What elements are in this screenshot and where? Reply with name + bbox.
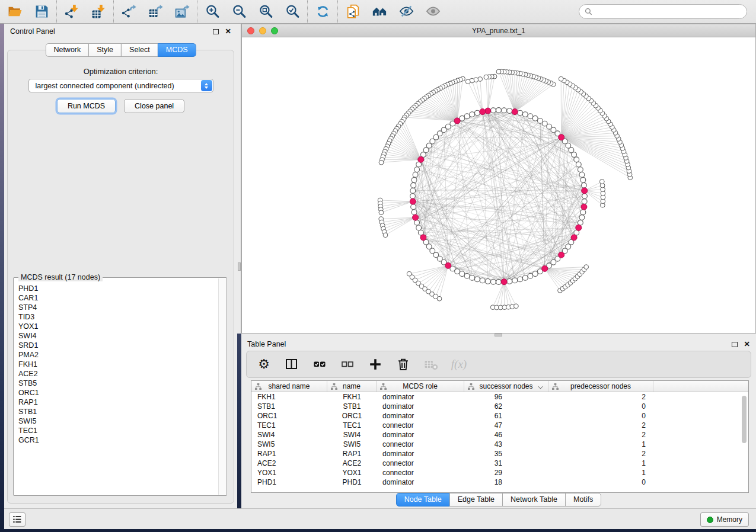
tab-network-table[interactable]: Network Table: [502, 493, 566, 507]
delete-button[interactable]: [395, 357, 411, 372]
column-header-shared-name[interactable]: shared name: [251, 381, 327, 392]
cell-name: SWI4: [327, 430, 377, 440]
mcds-result-scrollbar[interactable]: [218, 278, 226, 495]
settings-button[interactable]: ⚙: [256, 357, 272, 372]
table-row[interactable]: RAP1RAP1dominator352: [251, 449, 748, 459]
deselect-all-button[interactable]: [340, 357, 355, 372]
toolbar-group: [337, 0, 448, 23]
mcds-result-item[interactable]: GCR1: [18, 435, 216, 445]
delete-icon: [396, 357, 410, 371]
tab-select[interactable]: Select: [121, 43, 158, 57]
mcds-result-item[interactable]: PHD1: [18, 284, 216, 293]
mcds-result-list[interactable]: PHD1CAR1STP4TID3YOX1SWI4SRD1PMA2FKH1ACE2…: [18, 284, 216, 492]
mcds-result-item[interactable]: STB5: [18, 379, 216, 388]
mcds-result-item[interactable]: PMA2: [18, 350, 216, 360]
node-table-body: FKH1FKH1dominator962STB1STB1dominator620…: [251, 392, 748, 487]
tab-mcds[interactable]: MCDS: [158, 43, 196, 57]
table-scrollbar-thumb[interactable]: [742, 396, 747, 443]
table-panel-float-button[interactable]: [732, 342, 738, 347]
table-row[interactable]: FKH1FKH1dominator962: [251, 392, 748, 402]
cell-name: ORC1: [327, 411, 377, 421]
column-header-predecessor-nodes[interactable]: predecessor nodes: [548, 381, 653, 392]
mcds-result-item[interactable]: CAR1: [18, 293, 216, 303]
close-panel-button[interactable]: Close panel: [124, 99, 184, 113]
mcds-result-item[interactable]: TEC1: [18, 426, 216, 435]
export-table-button[interactable]: [147, 4, 164, 20]
table-row[interactable]: YOX1YOX1connector291: [251, 468, 748, 477]
home-networks-button[interactable]: [371, 4, 388, 20]
mcds-result-item[interactable]: STB1: [18, 407, 216, 416]
search-box[interactable]: [579, 4, 747, 19]
table-row[interactable]: PHD1PHD1dominator180: [251, 477, 748, 487]
network-window-titlebar[interactable]: YPA_prune.txt_1: [242, 24, 755, 37]
cell-mcds-role: connector: [377, 459, 464, 468]
window-minimize-icon[interactable]: [259, 27, 266, 34]
task-history-button[interactable]: [9, 512, 25, 527]
select-all-button[interactable]: [312, 357, 327, 372]
zoom-in-button[interactable]: [204, 4, 221, 20]
mcds-result-item[interactable]: STP4: [18, 303, 216, 312]
column-label: successor nodes: [479, 382, 532, 390]
columns-button[interactable]: [284, 357, 299, 372]
cell-name: SWI5: [327, 440, 377, 449]
tab-motifs[interactable]: Motifs: [565, 493, 601, 507]
mcds-result-item[interactable]: SWI5: [18, 416, 216, 426]
export-network-button[interactable]: [120, 4, 137, 20]
network-canvas[interactable]: [242, 37, 755, 333]
mcds-result-item[interactable]: FKH1: [18, 360, 216, 369]
tab-edge-table[interactable]: Edge Table: [449, 493, 503, 507]
import-table-button[interactable]: [90, 4, 107, 20]
tab-network[interactable]: Network: [45, 43, 89, 57]
vertical-splitter[interactable]: [237, 24, 241, 334]
zoom-out-button[interactable]: [231, 4, 247, 20]
import-network-button[interactable]: [63, 4, 80, 20]
add-button[interactable]: [368, 357, 383, 372]
mcds-result-item[interactable]: ORC1: [18, 388, 216, 398]
mcds-result-item[interactable]: SRD1: [18, 341, 216, 350]
optimization-criterion-select[interactable]: largest connected component (undirected): [28, 79, 213, 92]
vertical-splitter-grip[interactable]: [238, 262, 241, 271]
show-graphics-button[interactable]: [425, 4, 441, 20]
column-header-mcds-role[interactable]: MCDS role: [377, 381, 464, 392]
memory-button[interactable]: Memory: [700, 512, 749, 527]
hide-graphics-button[interactable]: [398, 4, 414, 20]
zoom-selected-button[interactable]: [284, 4, 301, 20]
control-panel-close-button[interactable]: ✕: [225, 28, 231, 36]
column-header-filler: [653, 381, 748, 392]
mcds-result-item[interactable]: RAP1: [18, 398, 216, 407]
column-header-successor-nodes[interactable]: successor nodes: [464, 381, 548, 392]
mcds-result-item[interactable]: TID3: [18, 312, 216, 322]
delete-table-button: [423, 357, 439, 372]
zoom-fit-button[interactable]: [257, 4, 274, 20]
node-table: shared namenameMCDS rolesuccessor nodesp…: [251, 380, 749, 493]
mcds-result-item[interactable]: ACE2: [18, 369, 216, 379]
cell-predecessor-nodes: 0: [548, 411, 653, 421]
open-file-button[interactable]: [7, 4, 23, 20]
mcds-result-item[interactable]: SWI4: [18, 331, 216, 341]
table-row[interactable]: TEC1TEC1connector472: [251, 421, 748, 430]
cell-predecessor-nodes: 0: [548, 477, 653, 487]
table-panel-close-button[interactable]: ✕: [744, 341, 750, 348]
refresh-button[interactable]: [314, 4, 331, 20]
cell-mcds-role: connector: [377, 468, 464, 477]
save-session-button[interactable]: [33, 4, 50, 20]
window-maximize-icon[interactable]: [271, 27, 278, 34]
table-row[interactable]: ACE2ACE2connector311: [251, 459, 748, 468]
table-row[interactable]: STB1STB1dominator620: [251, 402, 748, 411]
tab-style[interactable]: Style: [88, 43, 122, 57]
sort-descending-icon: [538, 384, 543, 389]
table-row[interactable]: SWI5SWI5connector431: [251, 440, 748, 449]
table-row[interactable]: ORC1ORC1dominator610: [251, 411, 748, 421]
window-close-icon[interactable]: [247, 27, 254, 34]
control-panel-float-button[interactable]: [213, 29, 219, 34]
run-mcds-button[interactable]: Run MCDS: [57, 99, 116, 113]
share-document-button[interactable]: [344, 4, 361, 20]
table-row[interactable]: SWI4SWI4dominator462: [251, 430, 748, 440]
search-input[interactable]: [596, 8, 741, 16]
mcds-result-item[interactable]: YOX1: [18, 322, 216, 331]
export-image-button[interactable]: [174, 4, 190, 20]
add-icon: [368, 357, 382, 371]
tab-node-table[interactable]: Node Table: [396, 493, 450, 507]
column-type-icon: [380, 383, 387, 390]
column-header-name[interactable]: name: [327, 381, 377, 392]
